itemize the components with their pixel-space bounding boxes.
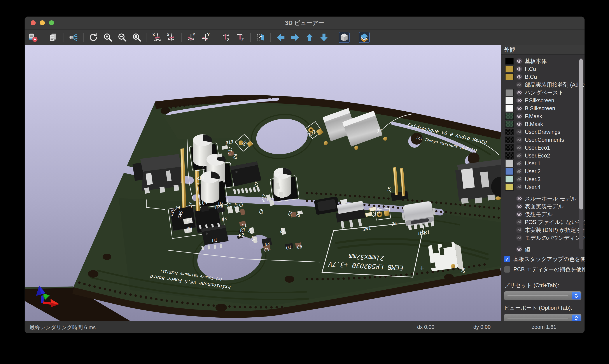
model-option-row-未実装 (DNP) が指定され[interactable]: 未実装 (DNP) が指定され — [501, 226, 584, 234]
visibility-off-icon[interactable] — [516, 152, 523, 159]
visibility-on-icon[interactable] — [516, 105, 523, 112]
layer-label: User.3 — [525, 176, 541, 182]
stepper-icon[interactable] — [572, 292, 581, 299]
visibility-on-icon[interactable] — [516, 203, 523, 210]
layer-color-swatch[interactable] — [505, 176, 514, 183]
layer-row-F.Cu[interactable]: F.Cu — [501, 65, 584, 73]
layer-row-B.Silkscreen[interactable]: B.Silkscreen — [501, 104, 584, 112]
layer-color-swatch[interactable] — [505, 168, 514, 175]
layer-row-F.Mask[interactable]: F.Mask — [501, 112, 584, 120]
checkbox-unchecked[interactable] — [504, 266, 510, 273]
3d-viewport[interactable]: Exidiophone v6.0 Audio Board (c) Tomoya … — [25, 45, 501, 321]
visibility-off-icon[interactable] — [516, 234, 523, 241]
model-option-row-スルーホール モデル[interactable]: スルーホール モデル — [501, 195, 584, 202]
layer-color-swatch[interactable] — [505, 136, 514, 143]
copy-image-button[interactable] — [48, 32, 59, 43]
checkbox-checked[interactable]: ✓ — [504, 256, 510, 262]
arrow-right-icon — [290, 32, 300, 42]
orthographic-projection-toggle[interactable] — [339, 32, 350, 43]
viewport-dropdown[interactable] — [504, 314, 582, 321]
flip-board-button[interactable] — [255, 32, 266, 43]
layer-color-swatch[interactable] — [505, 89, 514, 96]
redraw-button[interactable] — [88, 32, 99, 43]
visibility-off-icon[interactable] — [516, 176, 523, 183]
stepper-icon[interactable] — [572, 314, 581, 321]
checkbox-row-PCB エディターの銅色を使用[interactable]: PCB エディターの銅色を使用 — [501, 264, 584, 274]
layer-color-swatch[interactable] — [505, 121, 514, 128]
visibility-off-icon[interactable] — [516, 160, 523, 167]
window-title: 3D ビューアー — [25, 17, 584, 29]
rotate-y-cw-button[interactable]: Y — [186, 32, 197, 43]
visibility-on-icon[interactable] — [516, 246, 523, 253]
visibility-on-icon[interactable] — [516, 66, 523, 72]
layer-color-swatch[interactable] — [505, 74, 514, 80]
model-option-row-仮想モデル[interactable]: 仮想モデル — [501, 210, 584, 218]
visibility-off-icon[interactable] — [516, 81, 523, 88]
zoom-in-button[interactable] — [102, 32, 113, 43]
visibility-on-icon[interactable] — [516, 195, 523, 202]
layer-color-swatch[interactable] — [505, 66, 514, 72]
layer-row-User.4[interactable]: User.4 — [501, 183, 584, 191]
zoom-fit-button[interactable] — [131, 32, 142, 43]
move-up-button[interactable] — [304, 32, 315, 43]
model-option-row-POS ファイルにないモデ[interactable]: POS ファイルにないモデ — [501, 218, 584, 226]
zoom-out-button[interactable] — [117, 32, 128, 43]
move-right-button[interactable] — [290, 32, 300, 43]
visibility-on-icon[interactable] — [516, 89, 523, 96]
scrollbar-thumb[interactable] — [579, 59, 583, 209]
layer-color-swatch[interactable] — [505, 152, 514, 159]
rotate-y-ccw-button[interactable]: Y — [200, 32, 211, 43]
visibility-on-icon[interactable] — [516, 211, 523, 218]
layer-color-swatch[interactable] — [505, 97, 514, 104]
rotate-x-ccw-button[interactable]: X — [166, 32, 177, 43]
visibility-off-icon[interactable] — [516, 144, 523, 151]
layer-row-User.Drawings[interactable]: User.Drawings — [501, 128, 584, 136]
layer-row-User.2[interactable]: User.2 — [501, 167, 584, 175]
visibility-off-icon[interactable] — [516, 168, 523, 175]
visibility-on-icon[interactable] — [516, 97, 523, 104]
value-row-値[interactable]: 値 — [501, 245, 584, 253]
layer-row-ハンダペースト[interactable]: ハンダペースト — [501, 89, 584, 96]
layer-row-User.Eco1[interactable]: User.Eco1 — [501, 144, 584, 152]
layer-row-User.1[interactable]: User.1 — [501, 159, 584, 167]
preset-dropdown[interactable] — [504, 291, 582, 300]
layer-row-User.Comments[interactable]: User.Comments — [501, 136, 584, 144]
layer-color-swatch[interactable] — [505, 129, 514, 135]
checkbox-row-基板スタックアップの色を使用[interactable]: ✓基板スタックアップの色を使用 — [501, 254, 584, 264]
export-image-button[interactable] — [27, 32, 39, 43]
layer-color-swatch[interactable] — [505, 113, 514, 120]
layer-row-基板本体[interactable]: 基板本体 — [501, 57, 584, 65]
model-option-row-モデルのバウンディング[interactable]: モデルのバウンディング — [501, 234, 584, 242]
layer-row-B.Mask[interactable]: B.Mask — [501, 120, 584, 128]
layer-color-swatch[interactable] — [505, 184, 514, 191]
title-bar[interactable]: 3D ビューアー — [25, 17, 584, 29]
move-left-button[interactable] — [275, 32, 286, 43]
visibility-off-icon[interactable] — [516, 136, 523, 143]
rotate-z-cw-button[interactable]: Z — [220, 32, 232, 43]
visibility-on-icon[interactable] — [516, 113, 523, 120]
layer-color-swatch[interactable] — [505, 58, 514, 65]
layer-color-swatch[interactable] — [505, 160, 514, 167]
visibility-on-icon[interactable] — [516, 74, 523, 80]
layer-row-部品実装用接着剤 (Adhe[interactable]: 部品実装用接着剤 (Adhe — [501, 81, 584, 89]
rotate-x-cw-button[interactable]: X — [151, 32, 162, 43]
layer-row-User.3[interactable]: User.3 — [501, 175, 584, 183]
layer-row-F.Silkscreen[interactable]: F.Silkscreen — [501, 96, 584, 104]
layer-row-B.Cu[interactable]: B.Cu — [501, 73, 584, 81]
render-current-view-button[interactable] — [68, 32, 79, 43]
move-down-button[interactable] — [319, 32, 329, 43]
layer-color-swatch[interactable] — [505, 144, 514, 151]
visibility-on-icon[interactable] — [516, 121, 523, 128]
layer-color-swatch — [505, 211, 514, 218]
svg-text:Y: Y — [193, 32, 195, 37]
visibility-off-icon[interactable] — [516, 184, 523, 191]
model-option-row-表面実装モデル[interactable]: 表面実装モデル — [501, 202, 584, 210]
visibility-on-icon[interactable] — [516, 58, 523, 65]
visibility-off-icon[interactable] — [516, 129, 523, 135]
visibility-off-icon[interactable] — [516, 227, 523, 234]
layer-row-User.Eco2[interactable]: User.Eco2 — [501, 152, 584, 159]
layer-color-swatch[interactable] — [505, 105, 514, 112]
appearance-panel-toggle[interactable] — [359, 32, 370, 43]
rotate-z-ccw-button[interactable]: Z — [235, 32, 246, 43]
visibility-off-icon[interactable] — [516, 219, 523, 225]
